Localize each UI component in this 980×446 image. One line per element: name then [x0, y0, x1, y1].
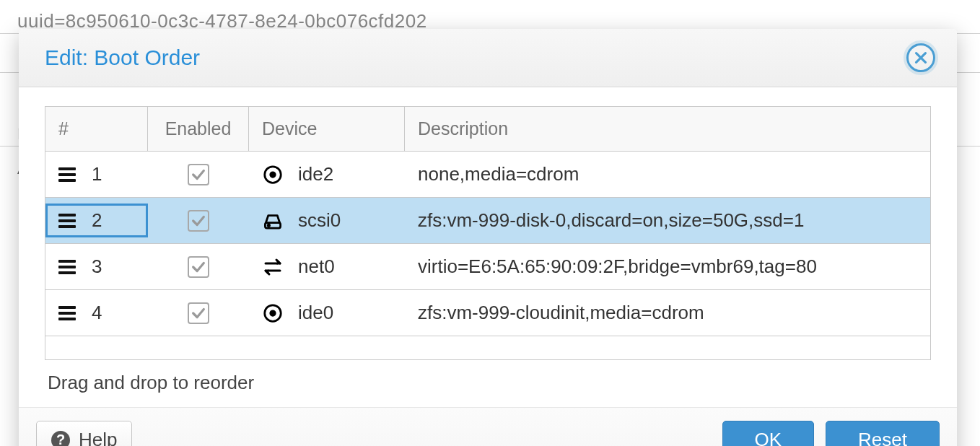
- device-cell: scsi0: [249, 204, 405, 237]
- order-number: 4: [92, 302, 102, 324]
- enabled-cell: [148, 204, 249, 237]
- dialog-footer: ? Help OK Reset: [19, 407, 957, 446]
- reorder-hint: Drag and drop to reorder: [45, 360, 931, 394]
- table-header: # Enabled Device Description: [45, 107, 930, 152]
- table-body: 1ide2none,media=cdrom2scsi0zfs:vm-999-di…: [45, 152, 930, 336]
- footer-right: OK Reset: [722, 421, 940, 446]
- enabled-checkbox[interactable]: [188, 210, 209, 232]
- drag-handle-icon[interactable]: [58, 167, 76, 182]
- table-row[interactable]: 1ide2none,media=cdrom: [45, 152, 930, 198]
- order-cell: 3: [45, 250, 148, 284]
- device-name: ide0: [298, 302, 333, 324]
- order-cell: 2: [45, 204, 148, 237]
- order-number: 3: [92, 255, 102, 278]
- reset-button-label: Reset: [858, 429, 907, 446]
- enabled-checkbox[interactable]: [188, 302, 209, 324]
- order-cell: 4: [45, 296, 148, 330]
- table-row[interactable]: 2scsi0zfs:vm-999-disk-0,discard=on,size=…: [45, 198, 930, 244]
- check-icon: [191, 167, 206, 183]
- svg-point-1: [271, 172, 276, 177]
- device-name: scsi0: [298, 209, 341, 232]
- table-row[interactable]: 4ide0zfs:vm-999-cloudinit,media=cdrom: [45, 290, 930, 336]
- dialog-body: # Enabled Device Description 1ide2none,m…: [19, 87, 957, 407]
- order-number: 2: [92, 209, 102, 232]
- device-cell: net0: [249, 250, 405, 284]
- table-empty-row: [45, 336, 930, 359]
- reset-button[interactable]: Reset: [826, 421, 940, 446]
- check-icon: [191, 213, 206, 229]
- table-row[interactable]: 3net0virtio=E6:5A:65:90:09:2F,bridge=vmb…: [45, 244, 930, 290]
- drag-handle-icon[interactable]: [58, 306, 76, 320]
- disc-icon: [262, 302, 284, 324]
- help-button[interactable]: ? Help: [36, 421, 132, 446]
- device-cell: ide0: [249, 296, 405, 330]
- help-button-label: Help: [79, 429, 117, 446]
- ok-button[interactable]: OK: [722, 421, 815, 446]
- drag-handle-icon[interactable]: [58, 260, 76, 274]
- device-name: net0: [298, 255, 335, 278]
- description-cell: zfs:vm-999-cloudinit,media=cdrom: [405, 296, 930, 330]
- col-header-enabled[interactable]: Enabled: [148, 107, 249, 151]
- boot-order-table: # Enabled Device Description 1ide2none,m…: [45, 106, 931, 360]
- device-cell: ide2: [249, 157, 405, 191]
- order-cell: 1: [45, 157, 148, 191]
- col-header-order[interactable]: #: [45, 107, 148, 151]
- order-number: 1: [92, 163, 102, 185]
- boot-order-dialog: Edit: Boot Order # Enabled Device Descri…: [19, 29, 957, 446]
- hdd-icon: [262, 210, 284, 232]
- check-icon: [191, 305, 206, 321]
- svg-point-3: [268, 224, 270, 227]
- svg-point-5: [271, 310, 276, 315]
- dialog-title: Edit: Boot Order: [45, 45, 200, 70]
- check-icon: [191, 259, 206, 275]
- col-header-device[interactable]: Device: [249, 107, 405, 151]
- close-button[interactable]: [906, 43, 935, 72]
- disc-icon: [262, 164, 284, 185]
- network-icon: [262, 256, 284, 278]
- device-name: ide2: [298, 163, 333, 185]
- col-header-description[interactable]: Description: [405, 107, 930, 151]
- description-cell: none,media=cdrom: [405, 157, 930, 191]
- drag-handle-icon[interactable]: [58, 214, 76, 228]
- description-cell: virtio=E6:5A:65:90:09:2F,bridge=vmbr69,t…: [405, 250, 930, 284]
- dialog-header: Edit: Boot Order: [19, 29, 957, 87]
- close-icon: [913, 50, 929, 66]
- enabled-cell: [148, 297, 249, 330]
- enabled-cell: [148, 158, 249, 191]
- enabled-checkbox[interactable]: [188, 164, 209, 185]
- enabled-checkbox[interactable]: [188, 256, 209, 278]
- enabled-cell: [148, 250, 249, 284]
- help-icon: ?: [51, 431, 70, 447]
- ok-button-label: OK: [755, 429, 782, 446]
- description-cell: zfs:vm-999-disk-0,discard=on,size=50G,ss…: [405, 204, 930, 237]
